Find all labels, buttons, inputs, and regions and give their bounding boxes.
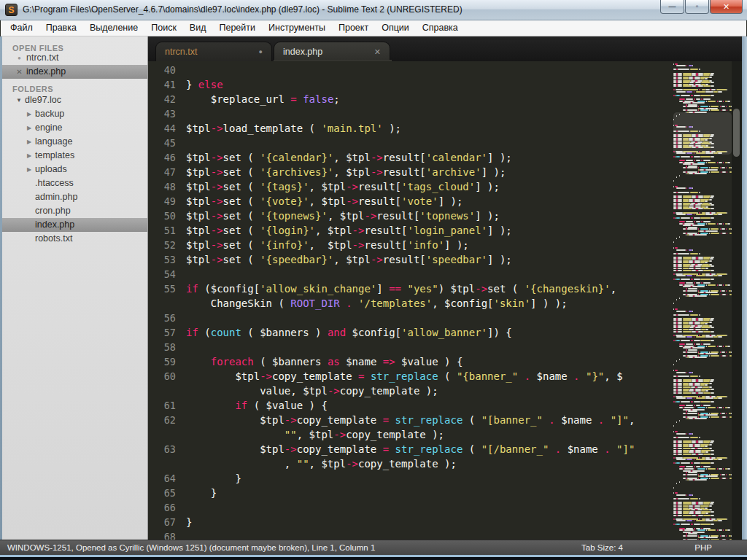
tree-item-label: index.php	[35, 218, 74, 232]
code-row: 68	[148, 529, 673, 540]
tree-item[interactable]: ▶uploads	[2, 163, 147, 176]
tab-bar: ntrcn.txt●index.php✕	[148, 36, 742, 61]
tree-item[interactable]: ▶templates	[2, 149, 147, 163]
code-row: 43	[148, 106, 673, 121]
close-icon[interactable]: ✕	[374, 47, 381, 57]
line-number: 61	[148, 398, 176, 413]
code-row: , "", $tpl->copy_template );	[148, 456, 673, 471]
tab-label: index.php	[283, 47, 368, 57]
code-text: "", $tpl->copy_template );	[186, 427, 444, 442]
vertical-scrollbar[interactable]	[732, 61, 742, 540]
close-button[interactable]: ✕	[710, 0, 743, 14]
minimap-viewport[interactable]	[673, 112, 732, 155]
code-row: 55if ($config['allow_skin_change'] == "y…	[148, 281, 673, 296]
code-row: 50$tpl->set ( '{topnews}', $tpl->result[…	[148, 209, 673, 223]
tree-item[interactable]: ▶engine	[2, 121, 147, 135]
menu-item[interactable]: Правка	[39, 20, 83, 36]
tree-item[interactable]: admin.php	[2, 190, 147, 204]
tree-item-label: templates	[35, 149, 74, 163]
tab-ntrcn.txt[interactable]: ntrcn.txt●	[155, 42, 272, 61]
line-number: 50	[148, 209, 176, 223]
code-text: } else	[186, 77, 223, 92]
tab-index.php[interactable]: index.php✕	[274, 42, 390, 61]
tree-item[interactable]: ▼dle97.loc	[2, 93, 147, 107]
menu-item[interactable]: Справка	[416, 20, 465, 36]
code-text: }	[186, 515, 192, 529]
line-number	[148, 296, 176, 311]
menu-item[interactable]: Инструменты	[262, 20, 332, 36]
title-bar[interactable]: S G:\Program Files\OpenServer_4.6.7\doma…	[0, 0, 747, 20]
open-file-item[interactable]: ✕index.php	[2, 65, 147, 79]
code-row: 65 }	[148, 486, 673, 500]
line-number: 59	[148, 354, 176, 369]
menu-item[interactable]: Вид	[183, 20, 213, 36]
chevron-right-icon[interactable]: ▶	[25, 107, 34, 121]
menu-item[interactable]: Поиск	[144, 20, 183, 36]
tab-label: ntrcn.txt	[165, 47, 253, 57]
line-number: 56	[148, 311, 176, 325]
sidebar: OPEN FILES●ntrcn.txt✕index.phpFOLDERS▼dl…	[2, 36, 148, 540]
code-row: 47$tpl->set ( '{archives}', $tpl->result…	[148, 165, 673, 179]
code-text: if ($config['allow_skin_change'] == "yes…	[186, 281, 616, 296]
tree-item-label: cron.php	[35, 204, 71, 218]
tree-item[interactable]: index.php	[2, 218, 147, 232]
scrollbar-thumb[interactable]	[733, 109, 740, 157]
minimap[interactable]	[673, 61, 732, 540]
code-row: value, $tpl->copy_template );	[148, 384, 673, 398]
minimap-line	[673, 468, 732, 470]
chevron-right-icon[interactable]: ▶	[25, 163, 34, 176]
code-row: 64 }	[148, 471, 673, 486]
tree-item[interactable]: .htaccess	[2, 176, 147, 190]
line-number: 43	[148, 106, 176, 121]
tree-item[interactable]: cron.php	[2, 204, 147, 218]
code-row: 45	[148, 136, 673, 150]
code-text: value, $tpl->copy_template );	[186, 384, 438, 398]
tab-size-indicator[interactable]: Tab Size: 4	[581, 540, 623, 556]
code-row: 52$tpl->set ( '{info}', $tpl->result['in…	[148, 238, 673, 252]
menu-item[interactable]: Опции	[375, 20, 416, 36]
line-number: 60	[148, 369, 176, 384]
line-number: 65	[148, 486, 176, 500]
minimap-line	[673, 529, 732, 532]
window-border-right	[742, 36, 747, 555]
code-row: 66	[148, 500, 673, 515]
code-row: 58	[148, 340, 673, 354]
tree-item-label: dle97.loc	[25, 93, 61, 107]
line-number: 53	[148, 252, 176, 267]
menu-item[interactable]: Проект	[332, 20, 375, 36]
code-editor-surface[interactable]: 4041} else42 $replace_url = false;4344$t…	[148, 61, 673, 540]
code-text: $tpl->set ( '{calendar}', $tpl->result['…	[186, 150, 512, 165]
chevron-down-icon[interactable]: ▼	[15, 93, 23, 107]
menu-item[interactable]: Перейти	[212, 20, 262, 36]
syntax-indicator[interactable]: PHP	[694, 540, 712, 556]
tree-item-label: .htaccess	[35, 176, 74, 190]
menu-item[interactable]: Выделение	[83, 20, 144, 36]
chevron-right-icon[interactable]: ▶	[25, 135, 34, 149]
code-row: 42 $replace_url = false;	[148, 92, 673, 106]
editor-pane: ntrcn.txt●index.php✕ 4041} else42 $repla…	[148, 36, 742, 540]
code-row: 44$tpl->load_template ( 'main.tpl' );	[148, 121, 673, 136]
code-text: foreach ( $banners as $name => $value ) …	[186, 354, 462, 369]
code-row: 63 $tpl->copy_template = str_replace ( "…	[148, 442, 673, 456]
line-number: 41	[148, 77, 176, 92]
code-row: 48$tpl->set ( '{tags}', $tpl->result['ta…	[148, 179, 673, 194]
code-text: $tpl->copy_template = str_replace ( "[/b…	[186, 442, 635, 456]
maximize-button[interactable]: ▫	[685, 0, 709, 14]
tree-item-label: backup	[35, 107, 64, 121]
window-title: G:\Program Files\OpenServer_4.6.7\domain…	[23, 0, 462, 20]
chevron-right-icon[interactable]: ▶	[25, 149, 34, 163]
tree-item[interactable]: robots.txt	[2, 232, 147, 246]
menu-item[interactable]: Файл	[4, 20, 39, 36]
code-text: }	[186, 486, 217, 500]
close-icon[interactable]: ✕	[15, 65, 24, 79]
code-text: $tpl->set ( '{archives}', $tpl->result['…	[186, 165, 506, 179]
chevron-right-icon[interactable]: ▶	[25, 121, 34, 135]
open-file-item[interactable]: ●ntrcn.txt	[2, 51, 147, 65]
code-row: 62 $tpl->copy_template = str_replace ( "…	[148, 413, 673, 427]
tree-item[interactable]: ▶backup	[2, 107, 147, 121]
line-number: 58	[148, 340, 176, 354]
tree-item[interactable]: ▶language	[2, 135, 147, 149]
minimize-button[interactable]: —	[660, 0, 684, 14]
code-row: 49$tpl->set ( '{vote}', $tpl->result['vo…	[148, 194, 673, 209]
tree-item-label: robots.txt	[35, 232, 72, 246]
